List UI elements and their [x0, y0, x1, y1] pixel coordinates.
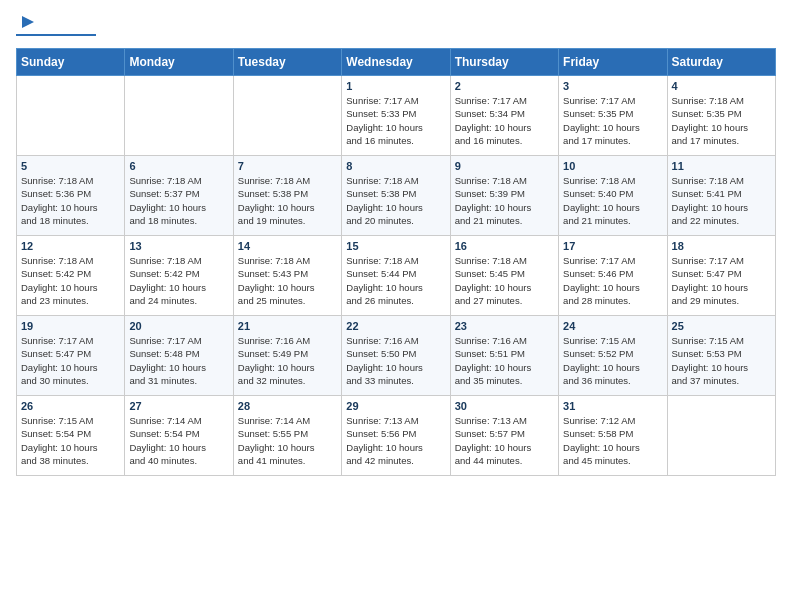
day-info: Sunrise: 7:18 AM Sunset: 5:44 PM Dayligh…: [346, 254, 445, 307]
calendar-cell: 28Sunrise: 7:14 AM Sunset: 5:55 PM Dayli…: [233, 396, 341, 476]
day-info: Sunrise: 7:12 AM Sunset: 5:58 PM Dayligh…: [563, 414, 662, 467]
calendar-cell: 10Sunrise: 7:18 AM Sunset: 5:40 PM Dayli…: [559, 156, 667, 236]
calendar-cell: 31Sunrise: 7:12 AM Sunset: 5:58 PM Dayli…: [559, 396, 667, 476]
day-info: Sunrise: 7:18 AM Sunset: 5:38 PM Dayligh…: [346, 174, 445, 227]
day-info: Sunrise: 7:18 AM Sunset: 5:38 PM Dayligh…: [238, 174, 337, 227]
svg-marker-0: [22, 16, 34, 28]
calendar-cell: 3Sunrise: 7:17 AM Sunset: 5:35 PM Daylig…: [559, 76, 667, 156]
weekday-header-monday: Monday: [125, 49, 233, 76]
calendar-cell: 4Sunrise: 7:18 AM Sunset: 5:35 PM Daylig…: [667, 76, 775, 156]
day-number: 26: [21, 400, 120, 412]
calendar-cell: 11Sunrise: 7:18 AM Sunset: 5:41 PM Dayli…: [667, 156, 775, 236]
page-header: [16, 16, 776, 36]
day-info: Sunrise: 7:18 AM Sunset: 5:42 PM Dayligh…: [129, 254, 228, 307]
day-info: Sunrise: 7:18 AM Sunset: 5:41 PM Dayligh…: [672, 174, 771, 227]
day-info: Sunrise: 7:14 AM Sunset: 5:54 PM Dayligh…: [129, 414, 228, 467]
day-info: Sunrise: 7:18 AM Sunset: 5:36 PM Dayligh…: [21, 174, 120, 227]
calendar-cell: 6Sunrise: 7:18 AM Sunset: 5:37 PM Daylig…: [125, 156, 233, 236]
calendar-cell: 26Sunrise: 7:15 AM Sunset: 5:54 PM Dayli…: [17, 396, 125, 476]
day-info: Sunrise: 7:17 AM Sunset: 5:34 PM Dayligh…: [455, 94, 554, 147]
weekday-header-thursday: Thursday: [450, 49, 558, 76]
day-info: Sunrise: 7:17 AM Sunset: 5:48 PM Dayligh…: [129, 334, 228, 387]
calendar-cell: 5Sunrise: 7:18 AM Sunset: 5:36 PM Daylig…: [17, 156, 125, 236]
logo-arrow-icon: [18, 12, 38, 32]
day-number: 4: [672, 80, 771, 92]
day-info: Sunrise: 7:17 AM Sunset: 5:35 PM Dayligh…: [563, 94, 662, 147]
calendar-table: SundayMondayTuesdayWednesdayThursdayFrid…: [16, 48, 776, 476]
day-info: Sunrise: 7:18 AM Sunset: 5:39 PM Dayligh…: [455, 174, 554, 227]
day-number: 2: [455, 80, 554, 92]
weekday-header-friday: Friday: [559, 49, 667, 76]
day-number: 16: [455, 240, 554, 252]
day-info: Sunrise: 7:17 AM Sunset: 5:47 PM Dayligh…: [21, 334, 120, 387]
day-info: Sunrise: 7:13 AM Sunset: 5:56 PM Dayligh…: [346, 414, 445, 467]
day-info: Sunrise: 7:17 AM Sunset: 5:47 PM Dayligh…: [672, 254, 771, 307]
day-number: 20: [129, 320, 228, 332]
calendar-cell: 20Sunrise: 7:17 AM Sunset: 5:48 PM Dayli…: [125, 316, 233, 396]
day-number: 8: [346, 160, 445, 172]
day-info: Sunrise: 7:17 AM Sunset: 5:33 PM Dayligh…: [346, 94, 445, 147]
day-number: 21: [238, 320, 337, 332]
calendar-cell: 21Sunrise: 7:16 AM Sunset: 5:49 PM Dayli…: [233, 316, 341, 396]
day-number: 13: [129, 240, 228, 252]
calendar-cell: 27Sunrise: 7:14 AM Sunset: 5:54 PM Dayli…: [125, 396, 233, 476]
calendar-header-row: SundayMondayTuesdayWednesdayThursdayFrid…: [17, 49, 776, 76]
day-number: 1: [346, 80, 445, 92]
day-number: 18: [672, 240, 771, 252]
day-number: 12: [21, 240, 120, 252]
calendar-cell: [667, 396, 775, 476]
day-number: 25: [672, 320, 771, 332]
calendar-cell: 9Sunrise: 7:18 AM Sunset: 5:39 PM Daylig…: [450, 156, 558, 236]
day-info: Sunrise: 7:18 AM Sunset: 5:45 PM Dayligh…: [455, 254, 554, 307]
day-info: Sunrise: 7:18 AM Sunset: 5:40 PM Dayligh…: [563, 174, 662, 227]
weekday-header-sunday: Sunday: [17, 49, 125, 76]
day-number: 19: [21, 320, 120, 332]
day-number: 27: [129, 400, 228, 412]
calendar-week-5: 26Sunrise: 7:15 AM Sunset: 5:54 PM Dayli…: [17, 396, 776, 476]
calendar-cell: 25Sunrise: 7:15 AM Sunset: 5:53 PM Dayli…: [667, 316, 775, 396]
day-number: 24: [563, 320, 662, 332]
day-number: 9: [455, 160, 554, 172]
calendar-week-1: 1Sunrise: 7:17 AM Sunset: 5:33 PM Daylig…: [17, 76, 776, 156]
day-number: 17: [563, 240, 662, 252]
day-info: Sunrise: 7:16 AM Sunset: 5:49 PM Dayligh…: [238, 334, 337, 387]
day-number: 7: [238, 160, 337, 172]
calendar-cell: 2Sunrise: 7:17 AM Sunset: 5:34 PM Daylig…: [450, 76, 558, 156]
calendar-cell: [17, 76, 125, 156]
day-info: Sunrise: 7:14 AM Sunset: 5:55 PM Dayligh…: [238, 414, 337, 467]
calendar-week-2: 5Sunrise: 7:18 AM Sunset: 5:36 PM Daylig…: [17, 156, 776, 236]
day-info: Sunrise: 7:13 AM Sunset: 5:57 PM Dayligh…: [455, 414, 554, 467]
day-info: Sunrise: 7:16 AM Sunset: 5:51 PM Dayligh…: [455, 334, 554, 387]
calendar-cell: [233, 76, 341, 156]
day-number: 14: [238, 240, 337, 252]
day-info: Sunrise: 7:18 AM Sunset: 5:35 PM Dayligh…: [672, 94, 771, 147]
calendar-cell: 13Sunrise: 7:18 AM Sunset: 5:42 PM Dayli…: [125, 236, 233, 316]
day-number: 6: [129, 160, 228, 172]
day-info: Sunrise: 7:18 AM Sunset: 5:37 PM Dayligh…: [129, 174, 228, 227]
calendar-cell: 1Sunrise: 7:17 AM Sunset: 5:33 PM Daylig…: [342, 76, 450, 156]
day-info: Sunrise: 7:15 AM Sunset: 5:53 PM Dayligh…: [672, 334, 771, 387]
day-number: 10: [563, 160, 662, 172]
day-info: Sunrise: 7:17 AM Sunset: 5:46 PM Dayligh…: [563, 254, 662, 307]
day-number: 28: [238, 400, 337, 412]
day-number: 22: [346, 320, 445, 332]
calendar-cell: 19Sunrise: 7:17 AM Sunset: 5:47 PM Dayli…: [17, 316, 125, 396]
calendar-cell: 24Sunrise: 7:15 AM Sunset: 5:52 PM Dayli…: [559, 316, 667, 396]
calendar-cell: 8Sunrise: 7:18 AM Sunset: 5:38 PM Daylig…: [342, 156, 450, 236]
day-number: 3: [563, 80, 662, 92]
day-number: 5: [21, 160, 120, 172]
calendar-cell: 18Sunrise: 7:17 AM Sunset: 5:47 PM Dayli…: [667, 236, 775, 316]
calendar-cell: 15Sunrise: 7:18 AM Sunset: 5:44 PM Dayli…: [342, 236, 450, 316]
calendar-cell: 23Sunrise: 7:16 AM Sunset: 5:51 PM Dayli…: [450, 316, 558, 396]
calendar-cell: 22Sunrise: 7:16 AM Sunset: 5:50 PM Dayli…: [342, 316, 450, 396]
weekday-header-saturday: Saturday: [667, 49, 775, 76]
calendar-cell: 16Sunrise: 7:18 AM Sunset: 5:45 PM Dayli…: [450, 236, 558, 316]
calendar-cell: [125, 76, 233, 156]
weekday-header-tuesday: Tuesday: [233, 49, 341, 76]
day-info: Sunrise: 7:18 AM Sunset: 5:43 PM Dayligh…: [238, 254, 337, 307]
day-number: 29: [346, 400, 445, 412]
calendar-cell: 30Sunrise: 7:13 AM Sunset: 5:57 PM Dayli…: [450, 396, 558, 476]
calendar-cell: 7Sunrise: 7:18 AM Sunset: 5:38 PM Daylig…: [233, 156, 341, 236]
day-info: Sunrise: 7:15 AM Sunset: 5:54 PM Dayligh…: [21, 414, 120, 467]
calendar-cell: 14Sunrise: 7:18 AM Sunset: 5:43 PM Dayli…: [233, 236, 341, 316]
